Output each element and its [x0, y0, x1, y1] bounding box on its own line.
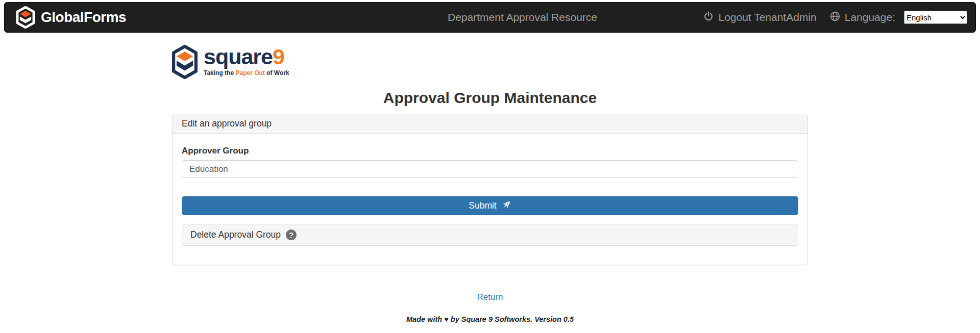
language-select[interactable]: English	[904, 11, 967, 24]
footer-credit: Made with ♥ by Square 9 Softworks. Versi…	[172, 315, 808, 323]
question-circle-icon: ?	[286, 229, 297, 240]
submit-button[interactable]: Submit	[182, 196, 798, 215]
rocket-icon	[502, 200, 511, 212]
globe-icon	[830, 11, 840, 24]
square9-nine: 9	[273, 44, 284, 69]
brand-text: GlobalForms	[41, 9, 126, 25]
navbar-right: Logout TenantAdmin Language: English	[703, 3, 967, 32]
panel-heading: Edit an approval group	[173, 114, 807, 134]
language-label: Language:	[845, 11, 895, 23]
approver-group-label: Approver Group	[182, 146, 798, 156]
globalforms-hexagon-logo-icon	[16, 6, 35, 29]
square9-tagline: Taking the Paper Out of Work	[204, 69, 289, 76]
logout-link[interactable]: Logout TenantAdmin	[703, 11, 816, 24]
square9-wordmark: square9 Taking the Paper Out of Work	[204, 45, 289, 76]
square9-hexagon-logo-icon	[172, 45, 198, 81]
navbar-title: Department Approval Resource	[448, 11, 597, 23]
brand[interactable]: GlobalForms	[16, 6, 126, 29]
square9-name: square9	[204, 45, 289, 68]
submit-label: Submit	[469, 200, 496, 211]
return-link[interactable]: Return	[477, 292, 503, 302]
panel-body: Approver Group Submit	[173, 134, 807, 265]
page-title: Approval Group Maintenance	[172, 89, 808, 106]
language-group: Language: English	[830, 11, 967, 24]
power-icon	[703, 11, 714, 24]
delete-approval-group-label: Delete Approval Group	[190, 229, 281, 240]
logout-label: Logout TenantAdmin	[718, 11, 816, 23]
delete-approval-group-accordion[interactable]: Delete Approval Group ?	[182, 224, 798, 246]
approver-group-input[interactable]	[182, 160, 798, 178]
edit-approval-group-panel: Edit an approval group Approver Group Su…	[172, 114, 808, 265]
main-content: square9 Taking the Paper Out of Work App…	[172, 0, 808, 323]
square9-logo: square9 Taking the Paper Out of Work	[172, 45, 808, 79]
navbar: GlobalForms Department Approval Resource…	[4, 2, 976, 33]
return-wrap: Return	[172, 292, 808, 302]
